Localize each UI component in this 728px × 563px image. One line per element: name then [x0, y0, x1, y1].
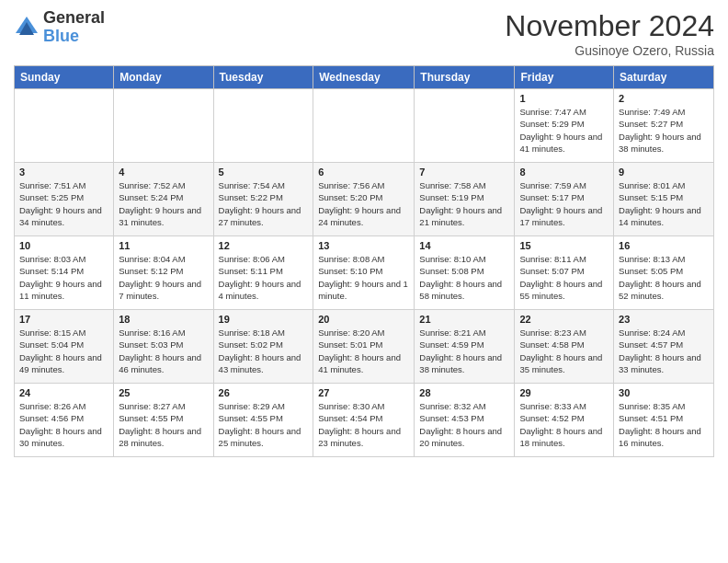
day-info: Sunrise: 8:08 AM Sunset: 5:10 PM Dayligh… — [318, 253, 409, 302]
table-row — [114, 89, 213, 163]
table-row: 27Sunrise: 8:30 AM Sunset: 4:54 PM Dayli… — [313, 384, 415, 457]
day-number: 8 — [519, 167, 609, 178]
day-info: Sunrise: 7:52 AM Sunset: 5:24 PM Dayligh… — [119, 179, 208, 228]
day-number: 18 — [119, 314, 208, 325]
day-number: 4 — [119, 167, 208, 178]
day-info: Sunrise: 8:06 AM Sunset: 5:11 PM Dayligh… — [219, 253, 309, 302]
day-info: Sunrise: 8:03 AM Sunset: 5:14 PM Dayligh… — [19, 253, 108, 302]
day-info: Sunrise: 8:11 AM Sunset: 5:07 PM Dayligh… — [519, 253, 609, 302]
table-row: 3Sunrise: 7:51 AM Sunset: 5:25 PM Daylig… — [15, 163, 114, 236]
day-info: Sunrise: 7:49 AM Sunset: 5:27 PM Dayligh… — [619, 106, 709, 155]
day-number: 20 — [318, 314, 409, 325]
day-info: Sunrise: 8:24 AM Sunset: 4:57 PM Dayligh… — [619, 327, 709, 375]
logo-blue-text: Blue — [43, 27, 79, 45]
day-info: Sunrise: 8:26 AM Sunset: 4:56 PM Dayligh… — [19, 400, 108, 449]
day-number: 5 — [219, 167, 309, 178]
table-row — [15, 89, 114, 163]
title-block: November 2024 Gusinoye Ozero, Russia — [505, 9, 714, 58]
day-info: Sunrise: 7:51 AM Sunset: 5:25 PM Dayligh… — [19, 179, 108, 228]
day-number: 1 — [519, 93, 609, 104]
calendar-table: Sunday Monday Tuesday Wednesday Thursday… — [14, 65, 714, 457]
day-number: 22 — [519, 314, 609, 325]
calendar-week-row: 3Sunrise: 7:51 AM Sunset: 5:25 PM Daylig… — [15, 163, 714, 236]
day-info: Sunrise: 7:47 AM Sunset: 5:29 PM Dayligh… — [519, 106, 609, 155]
table-row: 9Sunrise: 8:01 AM Sunset: 5:15 PM Daylig… — [614, 163, 714, 236]
day-number: 23 — [619, 314, 709, 325]
logo-general-text: General — [43, 8, 105, 27]
day-number: 13 — [318, 240, 409, 251]
table-row: 20Sunrise: 8:20 AM Sunset: 5:01 PM Dayli… — [313, 310, 415, 384]
day-info: Sunrise: 8:10 AM Sunset: 5:08 PM Dayligh… — [419, 253, 509, 302]
logo: General Blue — [14, 9, 105, 46]
logo-text: General Blue — [43, 9, 105, 46]
day-number: 27 — [318, 387, 409, 398]
day-info: Sunrise: 8:32 AM Sunset: 4:53 PM Dayligh… — [419, 400, 509, 449]
col-wednesday: Wednesday — [313, 66, 415, 89]
day-info: Sunrise: 8:15 AM Sunset: 5:04 PM Dayligh… — [19, 327, 108, 375]
table-row: 26Sunrise: 8:29 AM Sunset: 4:55 PM Dayli… — [213, 384, 313, 457]
day-info: Sunrise: 7:58 AM Sunset: 5:19 PM Dayligh… — [419, 179, 509, 228]
day-info: Sunrise: 7:54 AM Sunset: 5:22 PM Dayligh… — [219, 179, 309, 228]
header: General Blue November 2024 Gusinoye Ozer… — [14, 9, 714, 58]
day-info: Sunrise: 8:29 AM Sunset: 4:55 PM Dayligh… — [219, 400, 309, 449]
month-title: November 2024 — [505, 9, 714, 43]
table-row: 17Sunrise: 8:15 AM Sunset: 5:04 PM Dayli… — [15, 310, 114, 384]
day-number: 11 — [119, 240, 208, 251]
table-row — [313, 89, 415, 163]
day-number: 9 — [619, 167, 709, 178]
table-row: 30Sunrise: 8:35 AM Sunset: 4:51 PM Dayli… — [614, 384, 714, 457]
day-info: Sunrise: 8:30 AM Sunset: 4:54 PM Dayligh… — [318, 400, 409, 449]
day-number: 16 — [619, 240, 709, 251]
day-info: Sunrise: 8:21 AM Sunset: 4:59 PM Dayligh… — [419, 327, 509, 375]
table-row: 25Sunrise: 8:27 AM Sunset: 4:55 PM Dayli… — [114, 384, 213, 457]
table-row: 10Sunrise: 8:03 AM Sunset: 5:14 PM Dayli… — [15, 236, 114, 310]
table-row: 4Sunrise: 7:52 AM Sunset: 5:24 PM Daylig… — [114, 163, 213, 236]
table-row: 13Sunrise: 8:08 AM Sunset: 5:10 PM Dayli… — [313, 236, 415, 310]
table-row: 2Sunrise: 7:49 AM Sunset: 5:27 PM Daylig… — [614, 89, 714, 163]
day-number: 17 — [19, 314, 108, 325]
table-row: 5Sunrise: 7:54 AM Sunset: 5:22 PM Daylig… — [213, 163, 313, 236]
day-info: Sunrise: 7:56 AM Sunset: 5:20 PM Dayligh… — [318, 179, 409, 228]
day-info: Sunrise: 8:18 AM Sunset: 5:02 PM Dayligh… — [219, 327, 309, 375]
day-number: 7 — [419, 167, 509, 178]
day-number: 26 — [219, 387, 309, 398]
table-row: 22Sunrise: 8:23 AM Sunset: 4:58 PM Dayli… — [515, 310, 614, 384]
table-row: 21Sunrise: 8:21 AM Sunset: 4:59 PM Dayli… — [415, 310, 515, 384]
table-row: 23Sunrise: 8:24 AM Sunset: 4:57 PM Dayli… — [614, 310, 714, 384]
day-number: 29 — [519, 387, 609, 398]
table-row: 24Sunrise: 8:26 AM Sunset: 4:56 PM Dayli… — [15, 384, 114, 457]
day-number: 24 — [19, 387, 108, 398]
col-thursday: Thursday — [415, 66, 515, 89]
table-row: 19Sunrise: 8:18 AM Sunset: 5:02 PM Dayli… — [213, 310, 313, 384]
location: Gusinoye Ozero, Russia — [505, 43, 714, 58]
day-info: Sunrise: 8:23 AM Sunset: 4:58 PM Dayligh… — [519, 327, 609, 375]
day-number: 21 — [419, 314, 509, 325]
day-number: 30 — [619, 387, 709, 398]
day-info: Sunrise: 8:35 AM Sunset: 4:51 PM Dayligh… — [619, 400, 709, 449]
day-number: 6 — [318, 167, 409, 178]
day-info: Sunrise: 8:20 AM Sunset: 5:01 PM Dayligh… — [318, 327, 409, 375]
day-info: Sunrise: 8:01 AM Sunset: 5:15 PM Dayligh… — [619, 179, 709, 228]
day-number: 14 — [419, 240, 509, 251]
table-row: 14Sunrise: 8:10 AM Sunset: 5:08 PM Dayli… — [415, 236, 515, 310]
table-row: 7Sunrise: 7:58 AM Sunset: 5:19 PM Daylig… — [415, 163, 515, 236]
day-number: 10 — [19, 240, 108, 251]
col-tuesday: Tuesday — [213, 66, 313, 89]
table-row: 6Sunrise: 7:56 AM Sunset: 5:20 PM Daylig… — [313, 163, 415, 236]
table-row: 16Sunrise: 8:13 AM Sunset: 5:05 PM Dayli… — [614, 236, 714, 310]
calendar-week-row: 17Sunrise: 8:15 AM Sunset: 5:04 PM Dayli… — [15, 310, 714, 384]
table-row: 1Sunrise: 7:47 AM Sunset: 5:29 PM Daylig… — [515, 89, 614, 163]
table-row: 15Sunrise: 8:11 AM Sunset: 5:07 PM Dayli… — [515, 236, 614, 310]
table-row: 11Sunrise: 8:04 AM Sunset: 5:12 PM Dayli… — [114, 236, 213, 310]
page-container: General Blue November 2024 Gusinoye Ozer… — [0, 0, 728, 462]
day-number: 19 — [219, 314, 309, 325]
day-info: Sunrise: 8:04 AM Sunset: 5:12 PM Dayligh… — [119, 253, 208, 302]
col-sunday: Sunday — [15, 66, 114, 89]
day-info: Sunrise: 8:13 AM Sunset: 5:05 PM Dayligh… — [619, 253, 709, 302]
day-info: Sunrise: 7:59 AM Sunset: 5:17 PM Dayligh… — [519, 179, 609, 228]
calendar-week-row: 1Sunrise: 7:47 AM Sunset: 5:29 PM Daylig… — [15, 89, 714, 163]
table-row: 18Sunrise: 8:16 AM Sunset: 5:03 PM Dayli… — [114, 310, 213, 384]
logo-icon — [14, 15, 40, 40]
table-row: 8Sunrise: 7:59 AM Sunset: 5:17 PM Daylig… — [515, 163, 614, 236]
day-info: Sunrise: 8:33 AM Sunset: 4:52 PM Dayligh… — [519, 400, 609, 449]
